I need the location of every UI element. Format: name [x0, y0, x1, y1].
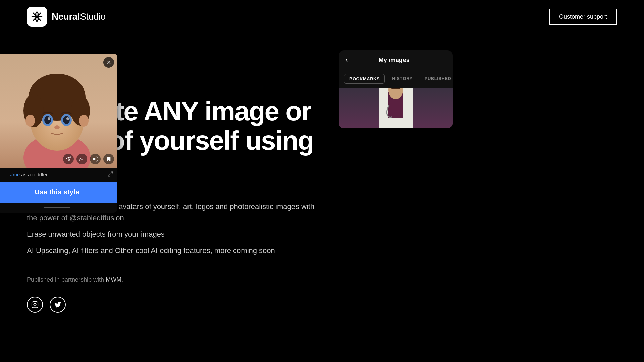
svg-line-34 — [108, 175, 110, 176]
partnership-text: Published in partnership with MWM. — [27, 276, 315, 283]
use-this-style-button[interactable]: Use this style — [0, 182, 117, 203]
toddler-image: ✕ — [0, 54, 117, 168]
image-actions — [63, 154, 114, 164]
feature-item-3: AI Upscaling, AI filters and Other cool … — [27, 245, 315, 256]
doctor-figure — [339, 88, 453, 128]
bottom-indicator — [44, 207, 70, 208]
svg-point-21 — [63, 116, 70, 124]
right-side: ‹ My images BOOKMARKS HISTORY PUBLISHED — [335, 47, 456, 362]
panel-tabs: BOOKMARKS HISTORY PUBLISHED — [339, 70, 453, 88]
svg-point-24 — [54, 125, 60, 129]
twitter-icon[interactable] — [50, 297, 66, 313]
back-button[interactable]: ‹ — [345, 56, 348, 64]
svg-point-23 — [66, 117, 69, 120]
image-caption: #me as a toddler — [3, 168, 54, 181]
logo-text: NeuralStudio — [52, 11, 106, 22]
tab-history[interactable]: HISTORY — [387, 74, 417, 84]
close-button[interactable]: ✕ — [103, 57, 114, 68]
panel-title: My images — [352, 57, 436, 64]
download-icon[interactable] — [76, 154, 87, 164]
bookmark-icon[interactable] — [103, 154, 114, 164]
svg-line-33 — [111, 172, 113, 173]
caption-row: #me as a toddler — [0, 168, 117, 182]
toddler-illustration — [0, 54, 117, 168]
header: NeuralStudio Customer support — [0, 0, 644, 34]
tab-bookmarks[interactable]: BOOKMARKS — [344, 74, 385, 84]
share-icon[interactable] — [90, 154, 101, 164]
caption-hashtag: #me — [10, 172, 20, 177]
instagram-icon[interactable] — [27, 297, 43, 313]
svg-line-31 — [95, 159, 96, 160]
doctor-image — [339, 88, 453, 128]
svg-point-22 — [48, 117, 50, 120]
svg-point-16 — [25, 115, 35, 127]
svg-point-2 — [36, 303, 37, 303]
logo-area: NeuralStudio — [27, 7, 106, 27]
images-panel: ‹ My images BOOKMARKS HISTORY PUBLISHED — [339, 50, 453, 128]
logo-icon — [27, 7, 47, 27]
bottom-bar — [0, 203, 117, 213]
main-content: Generate ANY image or avatar of yourself… — [0, 34, 644, 362]
customer-support-button[interactable]: Customer support — [549, 9, 617, 25]
panel-header: ‹ My images — [339, 50, 453, 70]
svg-point-20 — [44, 116, 51, 124]
social-icons — [27, 297, 315, 313]
svg-point-1 — [34, 303, 36, 306]
toddler-popup: ✕ — [0, 54, 117, 213]
svg-point-17 — [79, 115, 89, 127]
partnership-link[interactable]: MWM — [106, 276, 121, 283]
feature-item-2: Erase unwanted objects from your images — [27, 229, 315, 240]
tab-published[interactable]: PUBLISHED — [420, 74, 453, 84]
svg-rect-0 — [32, 301, 38, 307]
expand-icon[interactable] — [107, 171, 113, 178]
send-icon[interactable] — [63, 154, 74, 164]
svg-line-32 — [95, 158, 96, 159]
